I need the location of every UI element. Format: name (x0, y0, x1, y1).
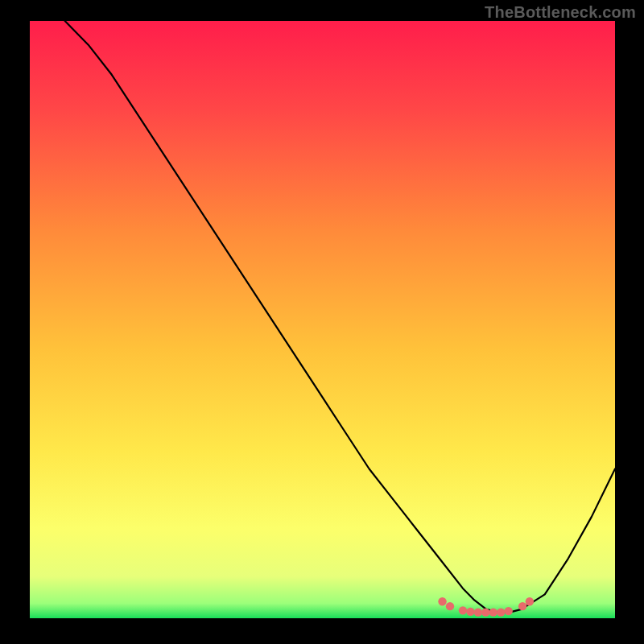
marker-dot (466, 608, 474, 616)
marker-dot (526, 597, 534, 605)
marker-dot (474, 608, 482, 616)
watermark-text: TheBottleneck.com (485, 3, 636, 22)
plot-background (30, 21, 615, 618)
marker-dot (446, 602, 454, 610)
marker-dot (459, 606, 467, 614)
marker-dot (504, 607, 512, 615)
marker-dot (518, 602, 526, 610)
chart-container: TheBottleneck.com (0, 0, 644, 644)
marker-dot (481, 608, 489, 616)
marker-dot (497, 608, 505, 616)
bottleneck-chart (0, 0, 644, 644)
marker-dot (438, 597, 446, 605)
marker-dot (489, 608, 497, 616)
